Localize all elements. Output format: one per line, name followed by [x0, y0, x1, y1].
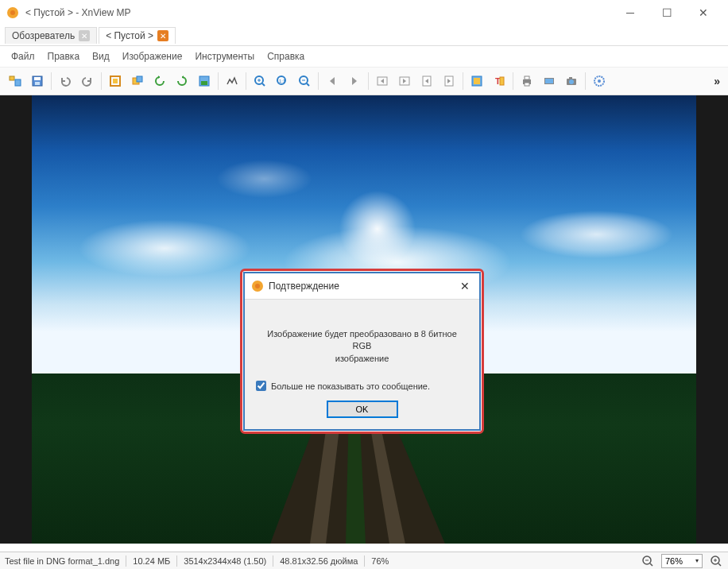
- toolbar: 1:1 T »: [0, 68, 728, 95]
- svg-point-1: [10, 10, 15, 15]
- svg-point-41: [255, 284, 260, 288]
- text-icon[interactable]: T: [489, 71, 509, 91]
- menu-file[interactable]: Файл: [6, 49, 40, 64]
- svg-point-39: [598, 79, 601, 83]
- svg-rect-12: [201, 81, 207, 85]
- tab-empty[interactable]: < Пустой > ✕: [99, 27, 176, 44]
- svg-rect-27: [474, 78, 480, 84]
- zoom-100-icon[interactable]: 1:1: [272, 71, 292, 91]
- status-print-size: 48.81x32.56 дюйма: [280, 556, 358, 566]
- rotate-right-icon[interactable]: [172, 71, 192, 91]
- tab-bar: Обозреватель ✕ < Пустой > ✕: [0, 25, 728, 46]
- dont-show-again-checkbox[interactable]: Больше не показывать это сообщение.: [245, 381, 479, 401]
- ok-button[interactable]: OK: [327, 401, 398, 418]
- svg-line-20: [307, 83, 309, 86]
- viewer-margin-left: [0, 95, 32, 544]
- tab-close-icon[interactable]: ✕: [79, 30, 90, 41]
- dialog-close-button[interactable]: ✕: [457, 278, 473, 294]
- statusbar: Test file in DNG format_1.dng 10.24 МБ 3…: [0, 552, 728, 569]
- camera-icon[interactable]: [561, 71, 582, 91]
- fit-icon[interactable]: [105, 71, 126, 91]
- app-icon: [6, 6, 19, 19]
- last-icon[interactable]: [394, 71, 415, 91]
- status-dimensions: 3514x2344x48 (1.50): [184, 556, 266, 566]
- dialog-message: Изображение будет преобразовано в 8 битн…: [245, 300, 479, 381]
- window-title: < Пустой > - XnView MP: [25, 7, 612, 18]
- svg-rect-29: [500, 77, 504, 85]
- page-prev-icon[interactable]: [416, 71, 437, 91]
- crop-icon[interactable]: [194, 71, 215, 91]
- svg-rect-2: [10, 76, 14, 80]
- zoom-in-icon[interactable]: [250, 71, 270, 91]
- levels-icon[interactable]: [222, 71, 242, 91]
- svg-rect-37: [569, 77, 572, 79]
- tab-label: < Пустой >: [106, 30, 153, 41]
- menu-image[interactable]: Изображение: [118, 49, 188, 64]
- svg-rect-32: [525, 83, 529, 86]
- page-next-icon[interactable]: [439, 71, 459, 91]
- maximize-button[interactable]: ☐: [649, 1, 685, 25]
- browser-icon[interactable]: [5, 71, 25, 91]
- menu-help[interactable]: Справка: [262, 49, 309, 64]
- image-viewer[interactable]: Подтверждение ✕ Изображение будет преобр…: [0, 95, 728, 544]
- zoom-out-icon[interactable]: [294, 71, 315, 91]
- svg-rect-34: [545, 79, 553, 83]
- tab-browser[interactable]: Обозреватель ✕: [5, 27, 97, 44]
- svg-rect-10: [137, 76, 142, 82]
- scan-icon[interactable]: [539, 71, 560, 91]
- minimize-button[interactable]: ─: [612, 1, 649, 25]
- status-filename: Test file in DNG format_1.dng: [5, 556, 119, 566]
- svg-rect-8: [113, 79, 118, 83]
- close-button[interactable]: ✕: [685, 1, 722, 25]
- titlebar: < Пустой > - XnView MP ─ ☐ ✕: [0, 0, 728, 25]
- first-icon[interactable]: [372, 71, 393, 91]
- menu-view[interactable]: Вид: [87, 49, 114, 64]
- checkbox-input[interactable]: [256, 381, 266, 391]
- chevron-down-icon[interactable]: ▾: [695, 557, 699, 564]
- redo-icon[interactable]: [77, 71, 98, 91]
- dialog-title: Подтверждение: [269, 281, 457, 292]
- menubar: Файл Правка Вид Изображение Инструменты …: [0, 46, 728, 68]
- svg-text:1:1: 1:1: [279, 79, 286, 83]
- viewer-margin-right: [696, 95, 728, 544]
- dialog-titlebar[interactable]: Подтверждение ✕: [245, 273, 479, 300]
- svg-point-36: [569, 79, 574, 84]
- confirmation-dialog: Подтверждение ✕ Изображение будет преобр…: [240, 269, 484, 434]
- svg-rect-5: [34, 77, 41, 80]
- fullscreen-icon[interactable]: [467, 71, 487, 91]
- prev-icon[interactable]: [322, 71, 343, 91]
- tab-close-icon[interactable]: ✕: [157, 30, 168, 41]
- status-filesize: 10.24 МБ: [133, 556, 170, 566]
- svg-rect-6: [35, 82, 40, 85]
- menu-edit[interactable]: Правка: [43, 49, 85, 64]
- svg-rect-31: [525, 76, 529, 79]
- rotate-left-icon[interactable]: [149, 71, 170, 91]
- undo-icon[interactable]: [55, 71, 76, 91]
- app-icon: [251, 280, 264, 292]
- zoom-input[interactable]: [665, 556, 694, 566]
- menu-tools[interactable]: Инструменты: [190, 49, 259, 64]
- zoom-out-status-icon[interactable]: [641, 554, 655, 568]
- zoom-combo[interactable]: ▾: [661, 554, 703, 568]
- svg-line-46: [718, 563, 721, 566]
- next-icon[interactable]: [344, 71, 365, 91]
- toolbar-overflow-icon[interactable]: »: [711, 75, 723, 87]
- settings-icon[interactable]: [589, 71, 610, 91]
- zoom-in-status-icon[interactable]: [709, 554, 723, 568]
- tab-label: Обозреватель: [12, 30, 75, 41]
- svg-line-14: [262, 83, 265, 86]
- save-icon[interactable]: [27, 71, 48, 91]
- status-zoom: 76%: [371, 556, 389, 566]
- rotate-ccw-icon[interactable]: [127, 71, 148, 91]
- checkbox-label: Больше не показывать это сообщение.: [271, 381, 430, 391]
- svg-line-43: [650, 563, 652, 566]
- svg-rect-3: [15, 79, 21, 86]
- print-icon[interactable]: [517, 71, 537, 91]
